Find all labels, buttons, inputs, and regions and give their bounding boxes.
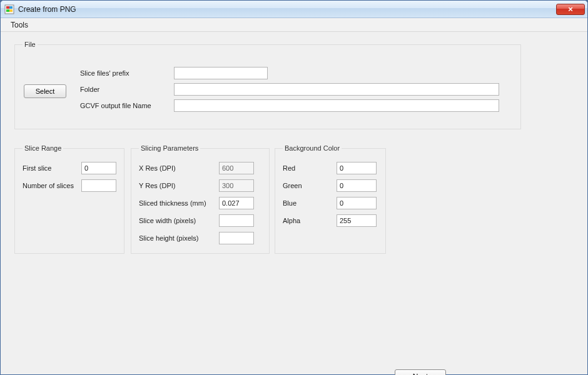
slice-range-legend: Slice Range <box>23 144 63 152</box>
num-slices-label: Number of slices <box>23 182 81 189</box>
slice-width-input[interactable] <box>219 214 254 227</box>
window-controls: – ☐ × <box>515 4 585 15</box>
background-color-legend: Background Color <box>283 144 342 152</box>
svg-rect-4 <box>9 9 13 12</box>
menu-tools[interactable]: Tools <box>6 19 33 31</box>
slice-range-groupbox: Slice Range First slice Number of slices <box>14 144 124 254</box>
app-icon <box>4 4 14 14</box>
thickness-input[interactable] <box>219 197 254 209</box>
file-legend: File <box>23 41 38 48</box>
svg-rect-1 <box>6 6 9 9</box>
folder-label: Folder <box>80 86 174 93</box>
xres-input <box>219 162 254 174</box>
slicing-params-groupbox: Slicing Parameters X Res (DPI) Y Res (DP… <box>131 144 270 254</box>
thickness-label: Sliced thickness (mm) <box>139 199 219 207</box>
first-slice-label: First slice <box>23 164 81 172</box>
output-input[interactable] <box>174 99 499 112</box>
next-button[interactable]: Next <box>395 369 446 375</box>
client-area: File Select Slice files' prefix Folder G… <box>1 32 587 374</box>
svg-rect-3 <box>6 9 9 12</box>
app-window: Create from PNG – ☐ × Tools File Select … <box>0 0 588 375</box>
prefix-label: Slice files' prefix <box>80 69 174 77</box>
alpha-input[interactable] <box>337 214 377 227</box>
svg-rect-2 <box>9 6 13 9</box>
slicing-params-legend: Slicing Parameters <box>139 144 200 152</box>
green-input[interactable] <box>337 179 377 192</box>
titlebar[interactable]: Create from PNG – ☐ × <box>1 1 587 18</box>
blue-input[interactable] <box>337 197 377 209</box>
select-button[interactable]: Select <box>24 84 66 98</box>
window-title: Create from PNG <box>18 5 515 14</box>
red-input[interactable] <box>337 162 377 174</box>
background-color-groupbox: Background Color Red Green Blue Alpha <box>275 144 386 254</box>
xres-label: X Res (DPI) <box>139 164 219 172</box>
green-label: Green <box>283 182 337 189</box>
blue-label: Blue <box>283 199 337 207</box>
yres-label: Y Res (DPI) <box>139 182 219 189</box>
slice-height-label: Slice height (pixels) <box>139 234 219 242</box>
num-slices-input[interactable] <box>81 179 116 192</box>
slice-height-input[interactable] <box>219 232 254 244</box>
prefix-input[interactable] <box>174 67 268 79</box>
slice-width-label: Slice width (pixels) <box>139 217 219 224</box>
alpha-label: Alpha <box>283 217 337 224</box>
red-label: Red <box>283 164 337 172</box>
menubar: Tools <box>1 18 587 32</box>
folder-input[interactable] <box>174 83 499 96</box>
yres-input <box>219 179 254 192</box>
output-label: GCVF output file Name <box>80 102 174 109</box>
file-groupbox: File Select Slice files' prefix Folder G… <box>14 41 521 129</box>
first-slice-input[interactable] <box>81 162 116 174</box>
close-button[interactable]: × <box>556 4 585 15</box>
